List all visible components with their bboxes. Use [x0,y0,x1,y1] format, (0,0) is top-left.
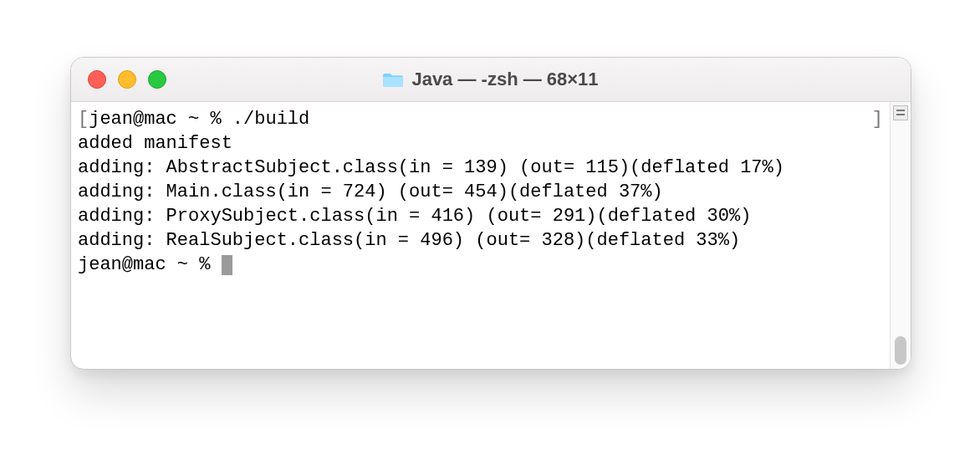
prompt-line-1: [jean@mac ~ % ./build] [78,107,883,131]
bracket-close: ] [872,107,883,131]
folder-icon [383,71,403,88]
prompt-1-text: jean@mac ~ % ./build [89,107,309,131]
window-title-text: Java — -zsh — 68×11 [411,69,598,90]
close-button[interactable] [88,70,106,89]
output-line: added manifest [78,131,883,156]
output-line: adding: RealSubject.class(in = 496) (out… [78,228,883,253]
output-line: adding: AbstractSubject.class(in = 139) … [78,156,883,180]
cursor [222,255,232,275]
scrollbar-top-icon[interactable] [893,105,908,120]
zoom-button[interactable] [148,70,166,89]
minimize-button[interactable] [118,70,136,89]
bracket-open: [ [78,107,89,131]
terminal-window: Java — -zsh — 68×11 [jean@mac ~ % ./buil… [70,57,911,370]
scrollbar-thumb[interactable] [895,336,906,365]
output-line: adding: ProxySubject.class(in = 416) (ou… [78,204,883,228]
window-title: Java — -zsh — 68×11 [383,69,598,90]
window-controls [88,70,166,89]
titlebar[interactable]: Java — -zsh — 68×11 [71,58,911,102]
output-line: adding: Main.class(in = 724) (out= 454)(… [78,180,883,204]
scrollbar[interactable] [890,102,911,370]
terminal-content[interactable]: [jean@mac ~ % ./build]added manifestaddi… [71,102,890,370]
terminal-area: [jean@mac ~ % ./build]added manifestaddi… [71,102,911,370]
prompt-line-2: jean@mac ~ % [78,253,883,277]
prompt-2-text: jean@mac ~ % [78,254,222,275]
